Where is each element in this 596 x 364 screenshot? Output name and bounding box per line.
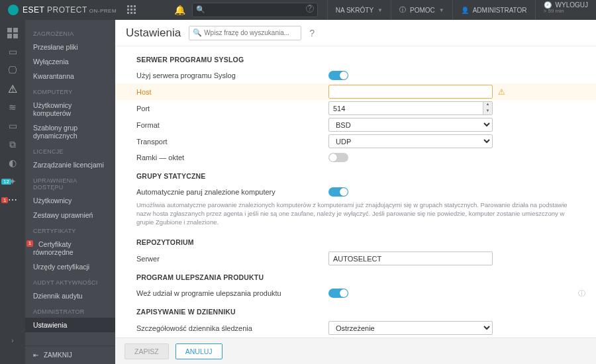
sub-ustawienia[interactable]: Ustawienia bbox=[25, 318, 115, 332]
subhead-1: KOMPUTERY bbox=[25, 83, 115, 98]
input-repo-server[interactable] bbox=[328, 251, 493, 265]
lbl-autopair: Automatycznie paruj znalezione komputery bbox=[136, 188, 328, 196]
logout-button[interactable]: 🕘 WYLOGUJ > 59 min bbox=[535, 0, 596, 20]
admin-label: ADMINISTRATOR bbox=[473, 7, 527, 14]
row-verbosity: Szczegółowość dziennika śledzenia Ostrze… bbox=[115, 320, 596, 336]
lbl-repo-server: Serwer bbox=[136, 255, 328, 263]
sub-szablony-grup[interactable]: Szablony grup dynamicznych bbox=[25, 120, 115, 143]
lbl-transport: Transport bbox=[136, 138, 328, 146]
sub-zestawy-uprawnien[interactable]: Zestawy uprawnień bbox=[25, 208, 115, 222]
search-help-icon[interactable]: ? bbox=[306, 5, 314, 13]
cert-badge: 1 bbox=[26, 240, 33, 247]
warning-icon: ⚠ bbox=[498, 87, 505, 97]
row-transport: Transport UDP bbox=[115, 133, 596, 150]
sub-przeslane-pliki[interactable]: Przesłane pliki bbox=[25, 40, 115, 54]
rail-item-7[interactable]: ⧉ bbox=[0, 135, 25, 154]
rail-monitor[interactable]: 🖵 bbox=[0, 61, 25, 79]
main: Ustawienia 🔍 ? SERWER PROGRAMU SYSLOG Uż… bbox=[115, 20, 596, 364]
rail-item-9[interactable]: ✦12 bbox=[0, 172, 25, 191]
rail-badge-teal: 12 bbox=[1, 179, 11, 185]
help-icon[interactable]: ? bbox=[309, 28, 315, 38]
sub-kwarantanna[interactable]: Kwarantanna bbox=[25, 69, 115, 83]
row-autopair: Automatycznie paruj znalezione komputery bbox=[115, 184, 596, 200]
select-verbosity[interactable]: Ostrzeżenie bbox=[328, 321, 493, 335]
row-port: Port ▲▼ bbox=[115, 100, 596, 116]
shortcuts-menu[interactable]: NA SKRÓTY▼ bbox=[327, 0, 391, 20]
toggle-use-syslog[interactable] bbox=[328, 71, 348, 80]
user-icon: 👤 bbox=[461, 7, 469, 14]
sub-urzedy-certyfikacji[interactable]: Urzędy certyfikacji bbox=[25, 259, 115, 274]
brand-main: PROTECT bbox=[47, 5, 87, 15]
row-frames: Ramki — oktet bbox=[115, 150, 596, 165]
row-format: Format BSD bbox=[115, 116, 596, 133]
toggle-autopair[interactable] bbox=[328, 187, 348, 197]
section-repo-title: REPOZYTORIUM bbox=[115, 232, 596, 250]
icon-rail: ▭ 🖵 ⚠ ≋ ▭ ⧉ ◐ ✦12 ⋯1 › bbox=[0, 20, 25, 364]
rail-warning[interactable]: ⚠ bbox=[0, 79, 25, 98]
input-host[interactable] bbox=[328, 85, 493, 99]
lbl-host: Host bbox=[136, 88, 328, 96]
sub-certyfikaty-rownorzedne[interactable]: 1Certyfikaty równorzędne bbox=[25, 237, 115, 259]
toggle-frames[interactable] bbox=[328, 153, 348, 162]
toggle-participate[interactable] bbox=[328, 289, 348, 298]
settings-search-input[interactable] bbox=[189, 26, 301, 40]
session-time: > 59 min bbox=[544, 9, 564, 15]
help-icon: ⓘ bbox=[399, 5, 406, 15]
row-repo-server: Serwer bbox=[115, 250, 596, 267]
topbar: ESET PROTECTON-PREM 🔔 🔍 ? NA SKRÓTY▼ ⓘ P… bbox=[0, 0, 596, 20]
rail-computers[interactable]: ▭ bbox=[0, 42, 25, 61]
sub-zarzadzanie-licencjami[interactable]: Zarządzanie licencjami bbox=[25, 158, 115, 172]
admin-menu[interactable]: 👤 ADMINISTRATOR bbox=[452, 0, 535, 20]
rail-item-6[interactable]: ▭ bbox=[0, 116, 25, 135]
brand-prefix: ESET bbox=[23, 5, 44, 15]
footer: ZAPISZ ANULUJ bbox=[115, 338, 596, 364]
help-menu[interactable]: ⓘ POMOC▼ bbox=[391, 0, 452, 20]
rail-more[interactable]: ⋯1 bbox=[0, 191, 25, 209]
lbl-format: Format bbox=[136, 121, 328, 129]
subhead-3: UPRAWNIENIA DOSTĘPU bbox=[25, 172, 115, 193]
sub-uzytkownicy[interactable]: Użytkownicy bbox=[25, 193, 115, 208]
subhead-2: LICENCJE bbox=[25, 143, 115, 158]
lbl-frames: Ramki — oktet bbox=[136, 154, 328, 161]
lbl-use-syslog: Użyj serwera programu Syslog bbox=[136, 71, 328, 79]
help-label: POMOC bbox=[410, 7, 435, 14]
collapse-icon: ⇤ bbox=[33, 351, 38, 359]
info-icon[interactable]: ⓘ bbox=[578, 289, 585, 298]
search-icon: 🔍 bbox=[196, 5, 205, 14]
main-header: Ustawienia 🔍 ? bbox=[115, 20, 596, 46]
notifications-bell-icon[interactable]: 🔔 bbox=[174, 5, 187, 15]
select-transport[interactable]: UDP bbox=[328, 134, 493, 148]
sub-dziennik-audytu[interactable]: Dziennik audytu bbox=[25, 289, 115, 303]
brand-suffix: ON-PREM bbox=[89, 8, 117, 14]
section-improve-title: PROGRAM ULEPSZANIA PRODUKTU bbox=[115, 267, 596, 285]
topbar-search-input[interactable] bbox=[192, 3, 318, 17]
section-static-title: GRUPY STATYCZNE bbox=[115, 165, 596, 184]
subhead-6: ADMINISTRATOR bbox=[25, 303, 115, 318]
sub-wylaczenia[interactable]: Wyłączenia bbox=[25, 54, 115, 69]
rail-badge-red: 1 bbox=[1, 197, 8, 203]
input-port[interactable] bbox=[328, 101, 493, 115]
page-title: Ustawienia bbox=[126, 26, 181, 40]
apps-icon[interactable] bbox=[127, 5, 136, 15]
submenu-collapse[interactable]: ⇤ ZAMKNIJ bbox=[25, 345, 115, 364]
port-stepper[interactable]: ▲▼ bbox=[483, 102, 492, 114]
subhead-4: CERTYFIKATY bbox=[25, 222, 115, 237]
rail-dashboard[interactable] bbox=[0, 24, 25, 42]
rail-item-8[interactable]: ◐ bbox=[0, 154, 25, 172]
rail-item-5[interactable]: ≋ bbox=[0, 98, 25, 116]
chevron-down-icon: ▼ bbox=[439, 7, 444, 13]
search-icon: 🔍 bbox=[193, 28, 202, 37]
settings-content: SERWER PROGRAMU SYSLOG Użyj serwera prog… bbox=[115, 46, 596, 338]
sub-uzytkownicy-komputerow[interactable]: Użytkownicy komputerów bbox=[25, 98, 115, 120]
cancel-button[interactable]: ANULUJ bbox=[175, 343, 223, 359]
rail-expand[interactable]: › bbox=[0, 337, 25, 344]
shortcuts-label: NA SKRÓTY bbox=[336, 7, 373, 14]
hint-autopair: Umożliwia automatyczne parowanie znalezi… bbox=[115, 200, 596, 232]
submenu: ZAGROŻENIA Przesłane pliki Wyłączenia Kw… bbox=[25, 20, 115, 364]
brand-text: ESET PROTECTON-PREM bbox=[23, 5, 117, 15]
subhead-0: ZAGROŻENIA bbox=[25, 25, 115, 40]
select-format[interactable]: BSD bbox=[328, 118, 493, 132]
save-button[interactable]: ZAPISZ bbox=[124, 343, 169, 359]
section-syslog-title: SERWER PROGRAMU SYSLOG bbox=[115, 49, 596, 68]
row-host: Host ⚠ bbox=[115, 83, 596, 100]
